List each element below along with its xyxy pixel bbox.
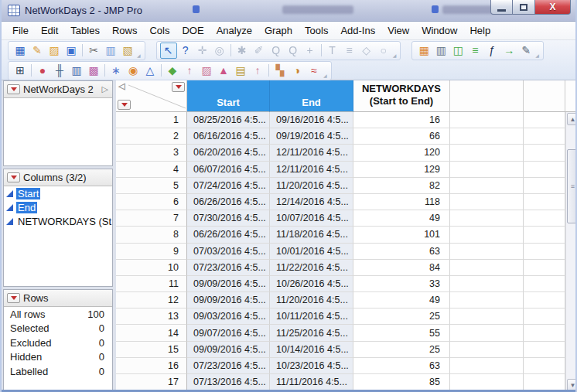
panel-collapse-icon[interactable]: ▷ [102, 84, 109, 94]
toolbar-icon[interactable]: ▧ [119, 43, 136, 59]
columns-header-menu[interactable] [172, 82, 185, 92]
row-number-cell[interactable]: 6 [116, 194, 187, 210]
networkdays-cell[interactable]: 25 [353, 342, 450, 358]
networkdays-cell[interactable]: 66 [353, 128, 450, 145]
empty-cell[interactable] [524, 227, 565, 243]
menu-item[interactable]: Analyze [210, 22, 258, 39]
toolbar-icon[interactable]: ▦ [12, 43, 29, 59]
menu-item[interactable]: View [381, 22, 415, 39]
toolbar-icon[interactable] [266, 63, 271, 79]
column-list-item[interactable]: End [4, 200, 112, 214]
toolbar-overflow-grip[interactable]: ◢ [392, 53, 398, 59]
toolbar-icon[interactable]: △ [142, 63, 159, 79]
start-cell[interactable]: 08/25/2016 4:5... [187, 112, 270, 128]
row-number-cell[interactable]: 10 [116, 260, 187, 276]
start-cell[interactable]: 07/23/2016 4:5... [187, 358, 270, 374]
toolbar-icon[interactable]: ▣ [63, 43, 80, 59]
empty-cell[interactable] [524, 308, 565, 325]
empty-cell[interactable] [524, 162, 565, 178]
row-number-cell[interactable]: 11 [116, 276, 187, 292]
end-cell[interactable]: 11/18/2016 4:5... [270, 227, 353, 243]
toolbar-icon[interactable]: ≡ [341, 43, 358, 59]
row-number-cell[interactable]: 15 [116, 342, 187, 358]
row-number-cell[interactable]: 2 [116, 128, 187, 145]
end-cell[interactable]: 10/14/2016 4:5... [270, 342, 353, 358]
toolbar-icon[interactable]: ↑ [249, 63, 266, 79]
end-cell[interactable]: 12/14/2016 4:5... [270, 194, 353, 210]
networkdays-cell[interactable]: 63 [353, 244, 450, 260]
menu-item[interactable]: Help [463, 22, 497, 39]
empty-cell[interactable] [450, 308, 524, 325]
menu-item[interactable]: Edit [35, 22, 64, 39]
menu-item[interactable]: Cols [143, 22, 176, 39]
empty-cell[interactable] [450, 128, 524, 145]
minimize-button[interactable] [490, 0, 513, 15]
end-cell[interactable]: 09/19/2016 4:5... [270, 128, 353, 145]
toolbar-icon[interactable] [228, 43, 234, 59]
end-column-header[interactable]: End [270, 80, 353, 112]
empty-cell[interactable] [524, 128, 565, 145]
columns-red-triangle-menu[interactable] [7, 172, 20, 182]
start-cell[interactable]: 07/24/2016 4:5... [187, 178, 270, 194]
toolbar-icon[interactable]: ✎ [29, 43, 46, 59]
toolbar-icon[interactable]: ▚ [271, 63, 288, 79]
empty-cell[interactable] [524, 358, 565, 374]
toolbar-icon[interactable]: ⊞ [12, 63, 29, 79]
networkdays-cell[interactable]: 55 [353, 325, 450, 341]
empty-cell[interactable] [450, 374, 524, 390]
end-cell[interactable]: 10/26/2016 4:5... [270, 276, 353, 292]
empty-cell[interactable] [450, 112, 524, 128]
empty-cell[interactable] [450, 162, 524, 178]
toolbar-icon[interactable] [319, 43, 324, 59]
end-cell[interactable]: 12/11/2016 4:5... [270, 162, 353, 178]
toolbar-icon[interactable]: ▥ [102, 43, 119, 59]
vertical-scrollbar[interactable]: ▲ ≡ ▼ [565, 112, 577, 392]
empty-cell[interactable] [524, 194, 565, 210]
row-number-cell[interactable]: 16 [116, 358, 187, 374]
networkdays-cell[interactable]: 49 [353, 292, 450, 308]
toolbar-icon[interactable]: ▥ [68, 63, 85, 79]
scroll-up-button[interactable]: ▲ [567, 113, 577, 125]
start-cell[interactable]: 06/16/2016 4:5... [187, 128, 270, 145]
row-number-cell[interactable]: 9 [116, 244, 187, 260]
networkdays-cell[interactable]: 63 [353, 358, 450, 374]
networkdays-cell[interactable]: 118 [353, 194, 450, 210]
start-column-header[interactable]: Start [187, 80, 270, 112]
menu-item[interactable]: Window [415, 22, 463, 39]
networkdays-cell[interactable]: 33 [353, 276, 450, 292]
start-cell[interactable]: 09/09/2016 4:5... [187, 276, 270, 292]
empty-cell[interactable] [450, 276, 524, 292]
collapse-columns-icon[interactable]: ◁ [118, 81, 125, 91]
start-cell[interactable]: 07/13/2016 4:5... [187, 374, 270, 390]
toolbar-overflow-grip[interactable]: ◢ [534, 53, 540, 59]
networkdays-cell[interactable]: 85 [353, 374, 450, 390]
empty-cell[interactable] [524, 210, 565, 227]
networkdays-cell[interactable]: 16 [353, 112, 450, 128]
toolbar-icon[interactable]: ◎ [211, 43, 228, 59]
scrollbar-thumb[interactable]: ≡ [567, 149, 577, 223]
toolbar-icon[interactable]: ↖ [160, 43, 177, 59]
empty-cell[interactable] [524, 292, 565, 308]
toolbar-icon[interactable]: ▲ [215, 63, 232, 79]
toolbar-icon[interactable]: ○ [375, 43, 392, 59]
networkdays-column-header[interactable]: NETWORKDAYS (Start to End) [353, 80, 450, 112]
toolbar-icon[interactable]: ✂ [85, 43, 102, 59]
networkdays-cell[interactable]: 82 [353, 178, 450, 194]
toolbar-icon[interactable]: ✱ [234, 43, 251, 59]
networkdays-cell[interactable]: 120 [353, 145, 450, 161]
start-cell[interactable]: 06/26/2016 4:5... [187, 227, 270, 243]
toolbar-icon[interactable]: ≈ [306, 63, 323, 79]
toolbar-icon[interactable]: ✐ [251, 43, 268, 59]
end-cell[interactable]: 11/11/2016 4:5... [270, 374, 353, 390]
empty-cell[interactable] [524, 276, 565, 292]
start-cell[interactable]: 07/30/2016 4:5... [187, 210, 270, 227]
end-cell[interactable]: 11/25/2016 4:5... [270, 325, 353, 341]
empty-cell[interactable] [524, 325, 565, 341]
toolbar-icon[interactable]: ✎ [517, 43, 534, 59]
column-list-item[interactable]: NETWORKDAYS (St [4, 214, 112, 228]
toolbar-icon[interactable]: ? [177, 43, 194, 59]
start-cell[interactable]: 09/09/2016 4:5... [187, 342, 270, 358]
toolbar-icon[interactable]: ◉ [125, 63, 142, 79]
empty-cell[interactable] [450, 210, 524, 227]
end-cell[interactable]: 10/07/2016 4:5... [270, 210, 353, 227]
